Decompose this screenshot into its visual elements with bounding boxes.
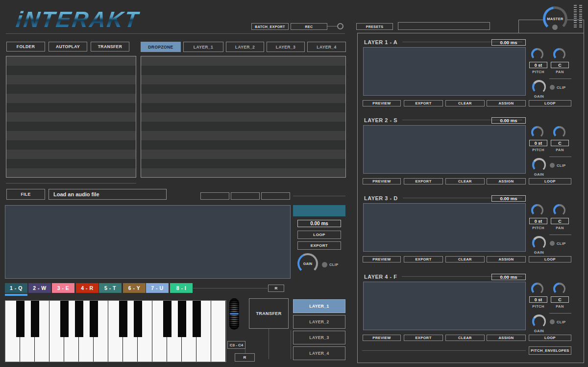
layer-1-pitch-value[interactable]: 0 st [529, 62, 547, 68]
stack-layer-2-button[interactable]: LAYER_2 [293, 315, 345, 329]
piano-black-key[interactable] [134, 301, 142, 337]
piano-black-key[interactable] [178, 301, 186, 337]
piano-keyboard[interactable] [5, 300, 226, 362]
layer-1-export-button[interactable]: EXPORT [404, 100, 443, 106]
key-tabs-r-button[interactable]: R [268, 285, 284, 292]
layer-2-loop-button[interactable]: LOOP [529, 178, 571, 184]
presets-button[interactable]: PRESETS [356, 23, 393, 30]
layer-1-clear-button[interactable]: CLEAR [445, 100, 485, 106]
layer-2-pan-value[interactable]: C [551, 140, 569, 146]
piano-black-key[interactable] [90, 301, 98, 337]
keyboard-range-box[interactable]: C3 - C4 [227, 341, 245, 349]
layer-4-pitch-value[interactable]: 0 st [529, 296, 547, 303]
editor-gain-knob[interactable]: GAIN [297, 253, 318, 274]
editor-loop-button[interactable]: LOOP [297, 231, 341, 239]
stack-layer-4-button[interactable]: LAYER_4 [293, 346, 345, 360]
layer-4-export-button[interactable]: EXPORT [404, 335, 443, 341]
layer-2-pitch-value[interactable]: 0 st [529, 140, 547, 146]
transfer-button[interactable]: TRANSFER [91, 42, 129, 52]
key-tab-1q[interactable]: 1 - Q [5, 283, 27, 293]
layer-4-preview-button[interactable]: PREVIEW [363, 335, 401, 341]
editor-export-button[interactable]: EXPORT [297, 241, 341, 250]
param-box-1[interactable] [200, 192, 229, 200]
param-box-2[interactable] [231, 192, 260, 200]
layer-3-assign-button[interactable]: ASSIGN [487, 256, 526, 262]
layer-2-export-button[interactable]: EXPORT [404, 178, 443, 184]
layer-4-pan-knob[interactable] [553, 283, 565, 295]
layer-3-loop-button[interactable]: LOOP [529, 256, 571, 262]
waveform-display[interactable] [5, 205, 291, 279]
layer-3-pitch-knob[interactable] [531, 204, 543, 216]
layer-4-clear-button[interactable]: CLEAR [445, 335, 485, 341]
tab-dropzone[interactable]: DROPZONE [141, 42, 181, 52]
preset-name-field[interactable] [398, 22, 490, 30]
stack-layer-3-button[interactable]: LAYER_3 [293, 331, 345, 344]
folder-button[interactable]: FOLDER [6, 42, 45, 52]
layer-2-gain-knob[interactable] [532, 158, 546, 172]
dropzone-list[interactable] [141, 56, 346, 178]
layer-2-clear-button[interactable]: CLEAR [445, 178, 485, 184]
autoplay-button[interactable]: AUTOPLAY [49, 42, 87, 52]
layer-3-preview-button[interactable]: PREVIEW [363, 256, 401, 262]
key-tab-8i[interactable]: 8 - I [170, 283, 193, 293]
audio-file-field[interactable]: Load an audio file [49, 189, 167, 200]
keyboard-r-button[interactable]: R [235, 353, 255, 362]
layer-1-waveform[interactable] [363, 47, 526, 96]
piano-black-key[interactable] [75, 301, 83, 337]
layer-4-assign-button[interactable]: ASSIGN [487, 335, 526, 341]
tab-layer-4[interactable]: LAYER_4 [307, 42, 346, 52]
layer-1-loop-button[interactable]: LOOP [529, 100, 571, 106]
layer-3-gain-knob[interactable] [532, 236, 546, 250]
layer-2-time-field[interactable]: 0.00 ms [491, 117, 526, 124]
layer-1-assign-button[interactable]: ASSIGN [487, 100, 526, 106]
layer-1-preview-button[interactable]: PREVIEW [363, 100, 401, 106]
layer-2-pitch-knob[interactable] [531, 126, 543, 138]
editor-time-field[interactable]: 0.00 ms [297, 220, 341, 227]
file-browser-list[interactable] [6, 56, 136, 178]
tab-layer-1[interactable]: LAYER_1 [183, 42, 223, 52]
key-tab-3e[interactable]: 3 - E [52, 283, 74, 293]
tab-layer-2[interactable]: LAYER_2 [226, 42, 264, 52]
layer-4-time-field[interactable]: 0.00 ms [491, 274, 526, 280]
layer-3-pitch-value[interactable]: 0 st [529, 218, 547, 224]
layer-4-loop-button[interactable]: LOOP [529, 335, 571, 341]
layer-1-time-field[interactable]: 0.00 ms [491, 39, 526, 46]
key-tab-4r[interactable]: 4 - R [76, 283, 98, 293]
keyboard-transfer-button[interactable]: TRANSFER [249, 298, 289, 329]
key-tab-5t[interactable]: 5 - T [99, 283, 122, 293]
key-tab-6y[interactable]: 6 - Y [123, 283, 146, 293]
layer-3-clear-button[interactable]: CLEAR [445, 256, 485, 262]
piano-black-key[interactable] [31, 301, 39, 337]
tab-layer-3[interactable]: LAYER_3 [267, 42, 305, 52]
key-tab-2w[interactable]: 2 - W [28, 283, 51, 293]
rec-button[interactable]: REC [291, 23, 327, 30]
layer-3-pan-value[interactable]: C [551, 218, 569, 224]
layer-4-pan-value[interactable]: C [551, 296, 569, 303]
piano-black-key[interactable] [119, 301, 127, 337]
layer-2-preview-button[interactable]: PREVIEW [363, 178, 401, 184]
layer-3-time-field[interactable]: 0.00 ms [491, 195, 526, 202]
stack-layer-1-button[interactable]: LAYER_1 [293, 299, 345, 313]
piano-black-key[interactable] [193, 301, 201, 337]
piano-black-key[interactable] [16, 301, 24, 337]
layer-4-waveform[interactable] [363, 282, 526, 330]
layer-1-pitch-knob[interactable] [531, 48, 543, 60]
layer-2-assign-button[interactable]: ASSIGN [487, 178, 526, 184]
layer-4-gain-knob[interactable] [532, 315, 546, 328]
file-button[interactable]: FILE [6, 189, 45, 200]
layer-3-waveform[interactable] [363, 203, 526, 252]
param-box-3[interactable] [261, 192, 290, 200]
batch-export-button[interactable]: BATCH_EXPORT [251, 23, 289, 30]
key-tab-7u[interactable]: 7 - U [146, 283, 169, 293]
piano-black-key[interactable] [60, 301, 69, 337]
layer-2-waveform[interactable] [363, 125, 526, 174]
layer-3-export-button[interactable]: EXPORT [404, 256, 443, 262]
layer-2-pan-knob[interactable] [553, 126, 565, 138]
layer-1-gain-knob[interactable] [532, 80, 546, 94]
piano-black-key[interactable] [163, 301, 172, 337]
layer-1-pan-value[interactable]: C [551, 62, 569, 68]
layer-3-pan-knob[interactable] [553, 204, 565, 216]
pitch-wheel[interactable] [229, 298, 239, 330]
piano-white-key[interactable] [211, 301, 226, 362]
layer-1-pan-knob[interactable] [553, 48, 565, 60]
